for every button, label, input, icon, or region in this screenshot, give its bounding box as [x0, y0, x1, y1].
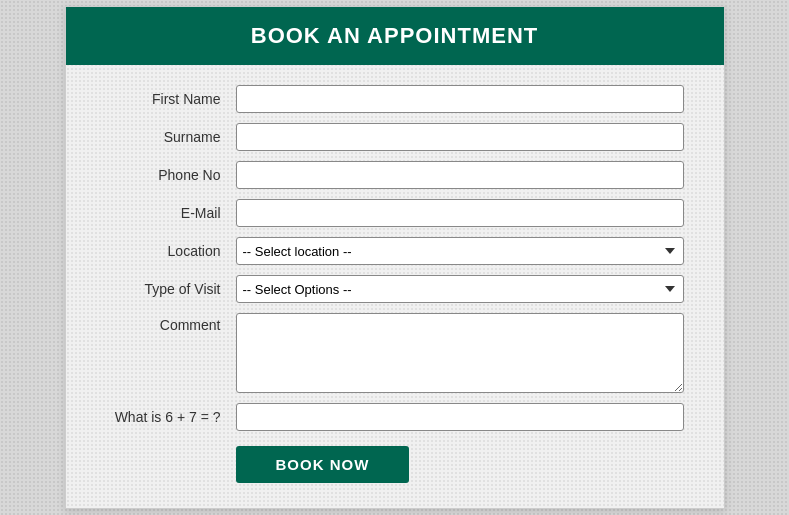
visit-type-row: Type of Visit -- Select Options -- [106, 275, 684, 303]
submit-button[interactable]: BOOK NOW [236, 446, 410, 483]
captcha-row: What is 6 + 7 = ? [106, 403, 684, 431]
phone-label: Phone No [106, 167, 236, 183]
first-name-label: First Name [106, 91, 236, 107]
comment-row: Comment [106, 313, 684, 393]
email-input[interactable] [236, 199, 684, 227]
visit-type-label: Type of Visit [106, 281, 236, 297]
surname-label: Surname [106, 129, 236, 145]
phone-row: Phone No [106, 161, 684, 189]
comment-textarea[interactable] [236, 313, 684, 393]
location-label: Location [106, 243, 236, 259]
surname-row: Surname [106, 123, 684, 151]
location-select[interactable]: -- Select location -- [236, 237, 684, 265]
location-row: Location -- Select location -- [106, 237, 684, 265]
surname-input[interactable] [236, 123, 684, 151]
first-name-input[interactable] [236, 85, 684, 113]
captcha-label: What is 6 + 7 = ? [106, 409, 236, 425]
form-body: First Name Surname Phone No E-Mail Locat… [66, 65, 724, 508]
captcha-input[interactable] [236, 403, 684, 431]
phone-input[interactable] [236, 161, 684, 189]
page-title: BOOK AN APPOINTMENT [86, 23, 704, 49]
visit-type-select[interactable]: -- Select Options -- [236, 275, 684, 303]
first-name-row: First Name [106, 85, 684, 113]
email-label: E-Mail [106, 205, 236, 221]
comment-label: Comment [106, 313, 236, 333]
card-header: BOOK AN APPOINTMENT [66, 7, 724, 65]
email-row: E-Mail [106, 199, 684, 227]
booking-card: BOOK AN APPOINTMENT First Name Surname P… [65, 6, 725, 509]
